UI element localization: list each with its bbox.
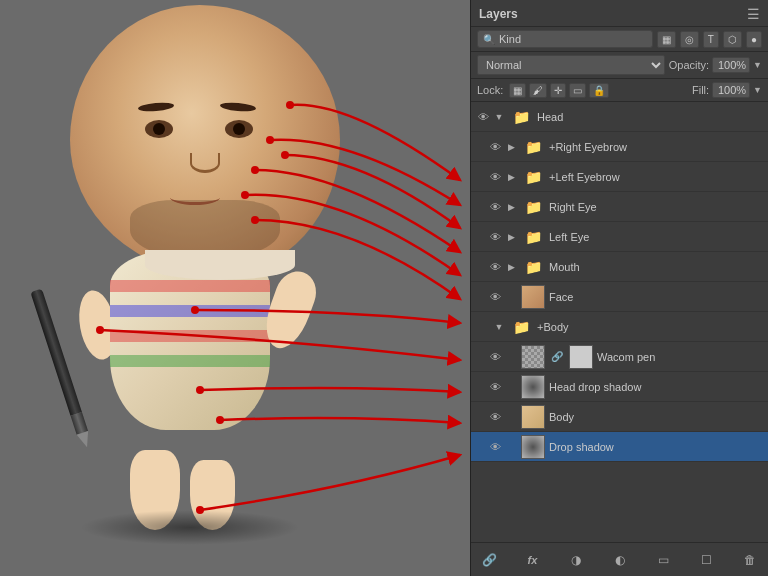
opacity-row: Opacity: ▼ bbox=[669, 57, 762, 73]
expand-right-eye[interactable]: ▶ bbox=[505, 201, 517, 213]
layer-name-right-eyebrow: +Right Eyebrow bbox=[549, 141, 764, 153]
nose bbox=[190, 153, 220, 173]
expand-left-eye[interactable]: ▶ bbox=[505, 231, 517, 243]
visibility-left-eye[interactable]: 👁 bbox=[487, 229, 503, 245]
layer-name-drop-shadow: Drop shadow bbox=[549, 441, 764, 453]
visibility-head[interactable]: 👁 bbox=[475, 109, 491, 125]
thumb-wacom-pen bbox=[521, 345, 545, 369]
add-mask-btn[interactable]: ◑ bbox=[566, 550, 586, 570]
panel-footer: 🔗 fx ◑ ◐ ▭ ☐ 🗑 bbox=[471, 542, 768, 576]
eye-right bbox=[225, 120, 253, 138]
layer-item-head-drop-shadow[interactable]: 👁 ▶ Head drop shadow bbox=[471, 372, 768, 402]
group-layers-btn[interactable]: ▭ bbox=[653, 550, 673, 570]
filter-adjust-btn[interactable]: ◎ bbox=[680, 31, 699, 48]
new-layer-btn[interactable]: ☐ bbox=[697, 550, 717, 570]
filter-shape-btn[interactable]: ⬡ bbox=[723, 31, 742, 48]
expand-head[interactable]: ▼ bbox=[493, 111, 505, 123]
fill-chevron[interactable]: ▼ bbox=[753, 85, 762, 95]
layer-name-right-eye: Right Eye bbox=[549, 201, 764, 213]
canvas-area bbox=[0, 0, 470, 576]
layer-name-body: Body bbox=[549, 411, 764, 423]
lock-icons: ▦ 🖌 ✛ ▭ 🔒 bbox=[509, 83, 609, 98]
visibility-left-eyebrow[interactable]: 👁 bbox=[487, 169, 503, 185]
stripe-1 bbox=[110, 280, 270, 292]
layer-item-left-eye[interactable]: 👁 ▶ 📁 Left Eye bbox=[471, 222, 768, 252]
delete-layer-btn[interactable]: 🗑 bbox=[740, 550, 760, 570]
thumb-left-eyebrow: 📁 bbox=[521, 165, 545, 189]
visibility-face[interactable]: 👁 bbox=[487, 289, 503, 305]
thumb-face bbox=[521, 285, 545, 309]
search-icon: 🔍 bbox=[483, 34, 495, 45]
layer-item-drop-shadow[interactable]: 👁 ▶ Drop shadow bbox=[471, 432, 768, 462]
thumb-drop-shadow bbox=[521, 435, 545, 459]
filter-type-btn[interactable]: T bbox=[703, 31, 719, 48]
layer-item-face[interactable]: 👁 ▶ Face bbox=[471, 282, 768, 312]
layer-item-mouth[interactable]: 👁 ▶ 📁 Mouth bbox=[471, 252, 768, 282]
opacity-chevron[interactable]: ▼ bbox=[753, 60, 762, 70]
lock-all-btn[interactable]: 🔒 bbox=[589, 83, 609, 98]
visibility-head-drop-shadow[interactable]: 👁 bbox=[487, 379, 503, 395]
layer-list: 👁 ▼ 📁 Head 👁 ▶ 📁 +Right Eyebrow 👁 ▶ 📁 +L… bbox=[471, 102, 768, 542]
lock-paint-btn[interactable]: 🖌 bbox=[529, 83, 547, 98]
thumb-left-eye: 📁 bbox=[521, 225, 545, 249]
visibility-drop-shadow[interactable]: 👁 bbox=[487, 439, 503, 455]
eyeball-right bbox=[233, 123, 245, 135]
layer-item-left-eyebrow[interactable]: 👁 ▶ 📁 +Left Eyebrow bbox=[471, 162, 768, 192]
visibility-wacom-pen[interactable]: 👁 bbox=[487, 349, 503, 365]
stripe-3 bbox=[110, 330, 270, 342]
fill-input[interactable] bbox=[712, 82, 750, 98]
filter-pixel-btn[interactable]: ▦ bbox=[657, 31, 676, 48]
collar bbox=[145, 250, 295, 280]
layer-item-right-eye[interactable]: 👁 ▶ 📁 Right Eye bbox=[471, 192, 768, 222]
thumb-head-drop-shadow bbox=[521, 375, 545, 399]
lock-position-btn[interactable]: ✛ bbox=[550, 83, 566, 98]
layer-item-wacom-pen[interactable]: 👁 ▶ 🔗 Wacom pen bbox=[471, 342, 768, 372]
thumb-wacom-pen2 bbox=[569, 345, 593, 369]
layer-item-right-eyebrow[interactable]: 👁 ▶ 📁 +Right Eyebrow bbox=[471, 132, 768, 162]
layer-name-head-drop-shadow: Head drop shadow bbox=[549, 381, 764, 393]
visibility-body[interactable]: 👁 bbox=[487, 409, 503, 425]
search-box[interactable]: 🔍 Kind bbox=[477, 30, 653, 48]
thumb-body bbox=[521, 405, 545, 429]
add-adjustment-btn[interactable]: ◐ bbox=[610, 550, 630, 570]
face-artwork bbox=[70, 5, 340, 285]
baby-torso bbox=[110, 250, 270, 430]
thumb-body-group: 📁 bbox=[509, 315, 533, 339]
lock-transparent-btn[interactable]: ▦ bbox=[509, 83, 526, 98]
layer-name-head: Head bbox=[537, 111, 764, 123]
visibility-right-eyebrow[interactable]: 👁 bbox=[487, 139, 503, 155]
pen-body bbox=[30, 288, 82, 415]
lock-fill-row: Lock: ▦ 🖌 ✛ ▭ 🔒 Fill: ▼ bbox=[471, 79, 768, 102]
layer-item-head[interactable]: 👁 ▼ 📁 Head bbox=[471, 102, 768, 132]
layer-name-face: Face bbox=[549, 291, 764, 303]
thumb-right-eye: 📁 bbox=[521, 195, 545, 219]
visibility-right-eye[interactable]: 👁 bbox=[487, 199, 503, 215]
search-filter-row: 🔍 Kind ▦ ◎ T ⬡ ● bbox=[471, 27, 768, 52]
filter-smart-btn[interactable]: ● bbox=[746, 31, 762, 48]
mouth bbox=[170, 190, 220, 205]
eyeball-left bbox=[153, 123, 165, 135]
expand-left-eyebrow[interactable]: ▶ bbox=[505, 171, 517, 183]
panel-header: Layers ☰ bbox=[471, 0, 768, 27]
chain-icon: 🔗 bbox=[551, 351, 563, 362]
expand-mouth[interactable]: ▶ bbox=[505, 261, 517, 273]
eye-left bbox=[145, 120, 173, 138]
panel-title: Layers bbox=[479, 7, 518, 21]
visibility-mouth[interactable]: 👁 bbox=[487, 259, 503, 275]
layer-item-body-group[interactable]: 👁 ▼ 📁 +Body bbox=[471, 312, 768, 342]
blend-mode-select[interactable]: Normal bbox=[477, 55, 665, 75]
opacity-input[interactable] bbox=[712, 57, 750, 73]
layer-effects-btn[interactable]: fx bbox=[523, 550, 543, 570]
stripe-4 bbox=[110, 355, 270, 367]
kind-label: Kind bbox=[499, 33, 549, 45]
layer-name-left-eyebrow: +Left Eyebrow bbox=[549, 171, 764, 183]
layer-name-body-group: +Body bbox=[537, 321, 764, 333]
layer-item-body[interactable]: 👁 ▶ Body bbox=[471, 402, 768, 432]
expand-body-group[interactable]: ▼ bbox=[493, 321, 505, 333]
expand-right-eyebrow[interactable]: ▶ bbox=[505, 141, 517, 153]
link-layers-btn[interactable]: 🔗 bbox=[479, 550, 499, 570]
panel-menu-icon[interactable]: ☰ bbox=[747, 6, 760, 22]
thumb-right-eyebrow: 📁 bbox=[521, 135, 545, 159]
lock-artboard-btn[interactable]: ▭ bbox=[569, 83, 586, 98]
layers-panel: Layers ☰ 🔍 Kind ▦ ◎ T ⬡ ● Normal Opacity… bbox=[470, 0, 768, 576]
